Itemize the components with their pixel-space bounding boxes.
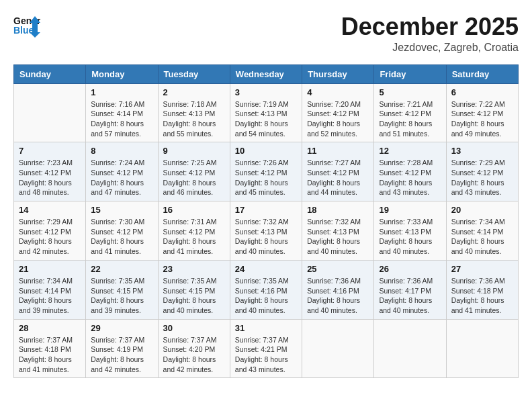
day-number: 12 xyxy=(379,146,441,156)
calendar-cell: 30Sunrise: 7:37 AM Sunset: 4:20 PM Dayli… xyxy=(158,319,230,378)
calendar-table: SundayMondayTuesdayWednesdayThursdayFrid… xyxy=(13,64,519,379)
weekday-header-thursday: Thursday xyxy=(302,64,374,83)
calendar-cell: 4Sunrise: 7:20 AM Sunset: 4:12 PM Daylig… xyxy=(302,83,374,142)
calendar-week-2: 14Sunrise: 7:29 AM Sunset: 4:12 PM Dayli… xyxy=(14,201,519,261)
weekday-header-saturday: Saturday xyxy=(446,64,518,83)
calendar-cell: 10Sunrise: 7:26 AM Sunset: 4:12 PM Dayli… xyxy=(230,142,302,201)
page-header: General Blue December 2025 Jezdovec, Zag… xyxy=(13,13,519,54)
month-title: December 2025 xyxy=(341,13,519,40)
weekday-header-monday: Monday xyxy=(86,64,158,83)
calendar-cell: 20Sunrise: 7:34 AM Sunset: 4:14 PM Dayli… xyxy=(446,201,518,261)
day-number: 13 xyxy=(451,146,513,156)
calendar-cell: 27Sunrise: 7:36 AM Sunset: 4:18 PM Dayli… xyxy=(446,260,518,319)
day-info: Sunrise: 7:36 AM Sunset: 4:18 PM Dayligh… xyxy=(451,276,513,316)
calendar-cell: 25Sunrise: 7:36 AM Sunset: 4:16 PM Dayli… xyxy=(302,260,374,319)
day-number: 1 xyxy=(91,87,152,97)
calendar-cell: 12Sunrise: 7:28 AM Sunset: 4:12 PM Dayli… xyxy=(374,142,446,201)
calendar-cell: 3Sunrise: 7:19 AM Sunset: 4:13 PM Daylig… xyxy=(230,83,302,142)
day-number: 28 xyxy=(19,323,81,333)
calendar-cell: 21Sunrise: 7:34 AM Sunset: 4:14 PM Dayli… xyxy=(14,260,86,319)
day-info: Sunrise: 7:23 AM Sunset: 4:12 PM Dayligh… xyxy=(19,158,81,197)
calendar-week-0: 1Sunrise: 7:16 AM Sunset: 4:14 PM Daylig… xyxy=(14,83,519,142)
day-number: 4 xyxy=(307,87,369,97)
calendar-cell: 23Sunrise: 7:35 AM Sunset: 4:15 PM Dayli… xyxy=(158,260,230,319)
day-info: Sunrise: 7:36 AM Sunset: 4:17 PM Dayligh… xyxy=(379,276,441,316)
title-block: December 2025 Jezdovec, Zagreb, Croatia xyxy=(341,13,519,54)
weekday-header-sunday: Sunday xyxy=(14,64,86,83)
day-number: 22 xyxy=(91,264,152,274)
day-info: Sunrise: 7:30 AM Sunset: 4:12 PM Dayligh… xyxy=(91,217,152,257)
day-number: 15 xyxy=(91,205,152,215)
calendar-cell xyxy=(374,319,446,378)
day-number: 20 xyxy=(451,205,513,215)
calendar-cell: 18Sunrise: 7:32 AM Sunset: 4:13 PM Dayli… xyxy=(302,201,374,261)
day-number: 27 xyxy=(451,264,513,274)
day-number: 23 xyxy=(163,264,225,274)
day-info: Sunrise: 7:20 AM Sunset: 4:12 PM Dayligh… xyxy=(307,99,369,139)
day-info: Sunrise: 7:35 AM Sunset: 4:15 PM Dayligh… xyxy=(91,276,152,316)
day-info: Sunrise: 7:28 AM Sunset: 4:12 PM Dayligh… xyxy=(379,158,441,197)
day-info: Sunrise: 7:29 AM Sunset: 4:12 PM Dayligh… xyxy=(451,158,513,197)
day-info: Sunrise: 7:29 AM Sunset: 4:12 PM Dayligh… xyxy=(19,217,81,257)
logo-icon: General Blue xyxy=(13,13,40,38)
day-info: Sunrise: 7:37 AM Sunset: 4:20 PM Dayligh… xyxy=(163,335,225,375)
calendar-cell xyxy=(446,319,518,378)
calendar-cell: 13Sunrise: 7:29 AM Sunset: 4:12 PM Dayli… xyxy=(446,142,518,201)
day-info: Sunrise: 7:33 AM Sunset: 4:13 PM Dayligh… xyxy=(379,217,441,257)
day-info: Sunrise: 7:21 AM Sunset: 4:12 PM Dayligh… xyxy=(379,99,441,139)
day-info: Sunrise: 7:35 AM Sunset: 4:15 PM Dayligh… xyxy=(163,276,225,316)
calendar-cell: 1Sunrise: 7:16 AM Sunset: 4:14 PM Daylig… xyxy=(86,83,158,142)
day-number: 19 xyxy=(379,205,441,215)
day-number: 18 xyxy=(307,205,369,215)
day-info: Sunrise: 7:34 AM Sunset: 4:14 PM Dayligh… xyxy=(451,217,513,257)
calendar-cell: 29Sunrise: 7:37 AM Sunset: 4:19 PM Dayli… xyxy=(86,319,158,378)
weekday-header-tuesday: Tuesday xyxy=(158,64,230,83)
calendar-cell: 8Sunrise: 7:24 AM Sunset: 4:12 PM Daylig… xyxy=(86,142,158,201)
day-info: Sunrise: 7:32 AM Sunset: 4:13 PM Dayligh… xyxy=(307,217,369,257)
day-number: 30 xyxy=(163,323,225,333)
day-number: 25 xyxy=(307,264,369,274)
calendar-cell: 14Sunrise: 7:29 AM Sunset: 4:12 PM Dayli… xyxy=(14,201,86,261)
day-info: Sunrise: 7:26 AM Sunset: 4:12 PM Dayligh… xyxy=(235,158,297,197)
day-number: 10 xyxy=(235,146,297,156)
calendar-cell: 2Sunrise: 7:18 AM Sunset: 4:13 PM Daylig… xyxy=(158,83,230,142)
day-info: Sunrise: 7:18 AM Sunset: 4:13 PM Dayligh… xyxy=(163,99,225,139)
day-number: 26 xyxy=(379,264,441,274)
calendar-cell: 9Sunrise: 7:25 AM Sunset: 4:12 PM Daylig… xyxy=(158,142,230,201)
calendar-cell xyxy=(302,319,374,378)
calendar-week-3: 21Sunrise: 7:34 AM Sunset: 4:14 PM Dayli… xyxy=(14,260,519,319)
day-number: 24 xyxy=(235,264,297,274)
day-number: 17 xyxy=(235,205,297,215)
day-number: 3 xyxy=(235,87,297,97)
calendar-cell: 31Sunrise: 7:37 AM Sunset: 4:21 PM Dayli… xyxy=(230,319,302,378)
day-number: 21 xyxy=(19,264,81,274)
day-info: Sunrise: 7:22 AM Sunset: 4:12 PM Dayligh… xyxy=(451,99,513,139)
day-info: Sunrise: 7:37 AM Sunset: 4:21 PM Dayligh… xyxy=(235,335,297,375)
calendar-cell: 16Sunrise: 7:31 AM Sunset: 4:12 PM Dayli… xyxy=(158,201,230,261)
day-number: 29 xyxy=(91,323,152,333)
calendar-cell: 28Sunrise: 7:37 AM Sunset: 4:18 PM Dayli… xyxy=(14,319,86,378)
day-number: 31 xyxy=(235,323,297,333)
day-number: 6 xyxy=(451,87,513,97)
day-info: Sunrise: 7:24 AM Sunset: 4:12 PM Dayligh… xyxy=(91,158,152,197)
day-info: Sunrise: 7:36 AM Sunset: 4:16 PM Dayligh… xyxy=(307,276,369,316)
calendar-week-4: 28Sunrise: 7:37 AM Sunset: 4:18 PM Dayli… xyxy=(14,319,519,378)
day-info: Sunrise: 7:31 AM Sunset: 4:12 PM Dayligh… xyxy=(163,217,225,257)
weekday-header-friday: Friday xyxy=(374,64,446,83)
day-info: Sunrise: 7:37 AM Sunset: 4:18 PM Dayligh… xyxy=(19,335,81,375)
day-info: Sunrise: 7:34 AM Sunset: 4:14 PM Dayligh… xyxy=(19,276,81,316)
calendar-cell: 7Sunrise: 7:23 AM Sunset: 4:12 PM Daylig… xyxy=(14,142,86,201)
location: Jezdovec, Zagreb, Croatia xyxy=(341,42,519,54)
calendar-cell: 5Sunrise: 7:21 AM Sunset: 4:12 PM Daylig… xyxy=(374,83,446,142)
calendar-cell: 19Sunrise: 7:33 AM Sunset: 4:13 PM Dayli… xyxy=(374,201,446,261)
day-number: 7 xyxy=(19,146,81,156)
day-info: Sunrise: 7:16 AM Sunset: 4:14 PM Dayligh… xyxy=(91,99,152,139)
calendar-week-1: 7Sunrise: 7:23 AM Sunset: 4:12 PM Daylig… xyxy=(14,142,519,201)
day-info: Sunrise: 7:19 AM Sunset: 4:13 PM Dayligh… xyxy=(235,99,297,139)
day-info: Sunrise: 7:37 AM Sunset: 4:19 PM Dayligh… xyxy=(91,335,152,375)
day-number: 9 xyxy=(163,146,225,156)
calendar-cell: 15Sunrise: 7:30 AM Sunset: 4:12 PM Dayli… xyxy=(86,201,158,261)
day-number: 2 xyxy=(163,87,225,97)
day-info: Sunrise: 7:32 AM Sunset: 4:13 PM Dayligh… xyxy=(235,217,297,257)
day-number: 5 xyxy=(379,87,441,97)
